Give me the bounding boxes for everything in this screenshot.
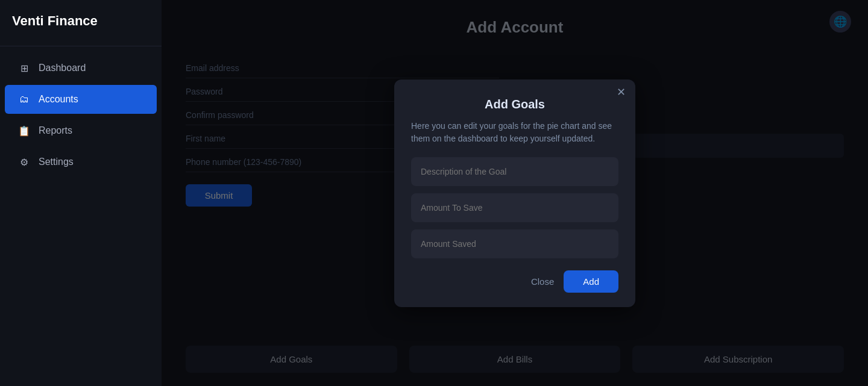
sidebar-nav: ⊞ Dashboard 🗂 Accounts 📋 Reports ⚙ Setti… — [0, 46, 162, 178]
main-content: 🌐 Add Account Email address Password Con… — [162, 0, 868, 386]
reports-icon: 📋 — [18, 125, 30, 137]
description-input[interactable] — [411, 157, 618, 186]
amount-to-save-input[interactable] — [411, 193, 618, 222]
sidebar-item-label-settings: Settings — [39, 157, 74, 167]
sidebar-item-reports[interactable]: 📋 Reports — [5, 116, 157, 145]
modal-actions: Close Add — [411, 270, 618, 293]
dashboard-icon: ⊞ — [18, 62, 30, 74]
modal-overlay: ✕ Add Goals Here you can edit your goals… — [162, 0, 868, 386]
sidebar-item-label-reports: Reports — [39, 125, 72, 136]
sidebar-item-label-dashboard: Dashboard — [39, 63, 86, 73]
modal-description: Here you can edit your goals for the pie… — [411, 120, 618, 145]
sidebar-item-accounts[interactable]: 🗂 Accounts — [5, 85, 157, 114]
settings-icon: ⚙ — [18, 156, 30, 168]
sidebar-item-settings[interactable]: ⚙ Settings — [5, 148, 157, 176]
amount-saved-input[interactable] — [411, 229, 618, 258]
sidebar-item-label-accounts: Accounts — [39, 94, 78, 105]
sidebar-item-dashboard[interactable]: ⊞ Dashboard — [5, 54, 157, 82]
accounts-icon: 🗂 — [18, 93, 30, 105]
modal-add-button[interactable]: Add — [564, 270, 618, 293]
app-title: Venti Finance — [0, 0, 162, 46]
modal-title: Add Goals — [411, 98, 618, 111]
modal-close-button[interactable]: Close — [531, 276, 554, 287]
add-goals-modal: ✕ Add Goals Here you can edit your goals… — [394, 79, 635, 307]
modal-close-x-button[interactable]: ✕ — [617, 87, 626, 98]
sidebar: Venti Finance ⊞ Dashboard 🗂 Accounts 📋 R… — [0, 0, 162, 386]
